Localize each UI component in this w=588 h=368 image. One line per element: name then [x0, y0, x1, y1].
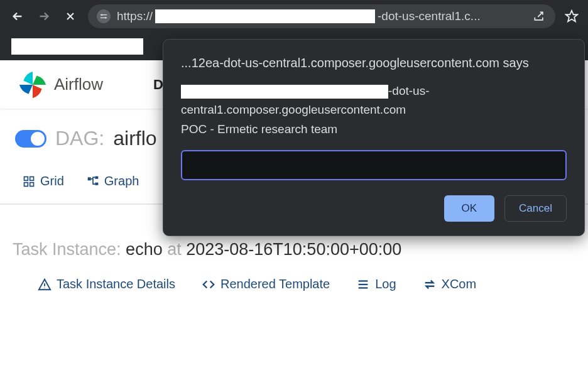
- back-button[interactable]: [9, 8, 26, 25]
- tab-log-label: Log: [375, 277, 396, 291]
- task-instance-tabs: Task Instance Details Rendered Template …: [13, 259, 575, 291]
- svg-rect-3: [101, 18, 107, 18]
- cancel-button[interactable]: Cancel: [504, 195, 567, 222]
- tab-task-details-label: Task Instance Details: [57, 277, 175, 291]
- url-redacted: [155, 9, 375, 23]
- tab-xcom[interactable]: XCom: [423, 277, 477, 291]
- task-name: echo: [126, 240, 163, 259]
- airflow-logo[interactable]: Airflow: [16, 68, 103, 101]
- swap-icon: [423, 278, 437, 291]
- log-icon: [356, 278, 370, 291]
- task-instance-title: Task Instance: echo at 2023-08-16T10:50:…: [13, 240, 575, 259]
- svg-rect-6: [24, 182, 28, 186]
- js-prompt-dialog: ...12ea-dot-us-central1.composer.googleu…: [163, 39, 585, 236]
- pinwheel-icon: [16, 68, 49, 101]
- nav-item-partial[interactable]: D: [153, 77, 163, 93]
- dag-toggle[interactable]: [15, 130, 46, 148]
- dialog-input[interactable]: [181, 150, 567, 180]
- browser-toolbar: https://-dot-us-central1.c...: [0, 0, 588, 33]
- tab-task-details[interactable]: Task Instance Details: [38, 277, 175, 291]
- url-text: https://-dot-us-central1.c...: [117, 9, 525, 23]
- svg-rect-7: [30, 182, 34, 186]
- svg-rect-5: [30, 176, 34, 180]
- dialog-origin: ...12ea-dot-us-central1.composer.googleu…: [181, 56, 567, 70]
- tab-log[interactable]: Log: [356, 277, 396, 291]
- task-timestamp: 2023-08-16T10:50:00+00:00: [186, 240, 401, 259]
- dialog-buttons: OK Cancel: [181, 195, 567, 222]
- ok-button[interactable]: OK: [444, 195, 495, 222]
- site-settings-icon[interactable]: [97, 9, 111, 23]
- tab-graph[interactable]: Graph: [87, 174, 139, 188]
- svg-rect-9: [95, 176, 98, 178]
- grid-icon: [23, 175, 35, 188]
- airflow-brand-text: Airflow: [54, 75, 103, 94]
- code-icon: [202, 278, 215, 291]
- svg-rect-4: [24, 176, 28, 180]
- close-button[interactable]: [62, 8, 79, 25]
- toggle-knob: [31, 132, 45, 146]
- tab-rendered-template[interactable]: Rendered Template: [202, 277, 330, 291]
- dag-name: airflo: [113, 127, 156, 150]
- dialog-message: -dot-us- central1.composer.googleusercon…: [181, 82, 567, 139]
- svg-rect-1: [101, 14, 107, 15]
- share-icon[interactable]: [531, 9, 547, 24]
- bookmark-icon[interactable]: [564, 9, 579, 24]
- dialog-redacted: [181, 85, 388, 99]
- graph-icon: [87, 175, 99, 188]
- subheader-redacted: [11, 38, 143, 55]
- warning-icon: [38, 278, 52, 291]
- dag-label: DAG:: [55, 127, 104, 150]
- svg-rect-10: [95, 182, 98, 185]
- address-bar[interactable]: https://-dot-us-central1.c...: [88, 4, 555, 28]
- tab-grid[interactable]: Grid: [23, 174, 64, 188]
- tab-xcom-label: XCom: [442, 277, 477, 291]
- tab-rendered-template-label: Rendered Template: [220, 277, 330, 291]
- tab-grid-label: Grid: [40, 174, 64, 188]
- forward-button[interactable]: [35, 8, 53, 25]
- tab-graph-label: Graph: [104, 174, 139, 188]
- svg-rect-8: [87, 177, 90, 180]
